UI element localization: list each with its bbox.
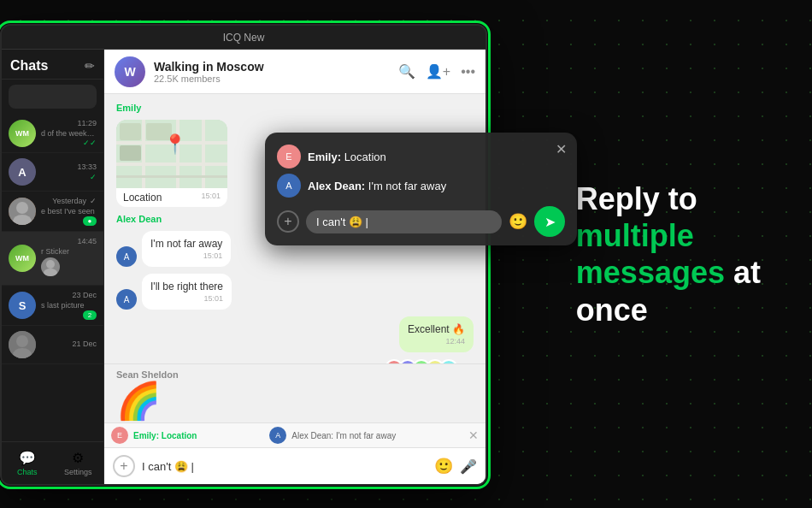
msg-row-alex2: A I'll be right there 15:01 bbox=[116, 274, 474, 310]
popup-messages: E Emily: Location A Alex Dean: I'm not f… bbox=[277, 145, 565, 198]
sidebar-search-bar[interactable] bbox=[9, 85, 97, 109]
chat-header: W Walking in Moscow 22.5K members 🔍 👤+ •… bbox=[104, 50, 485, 94]
read-checkmarks-2: ✓ bbox=[90, 173, 97, 181]
chat-input-area: + 🙂 🎤 bbox=[104, 447, 485, 484]
popup-send-icon: ➤ bbox=[544, 214, 556, 230]
chat-input[interactable] bbox=[142, 460, 427, 473]
popup-msg-text-2: Alex Dean: I'm not far away bbox=[308, 180, 446, 192]
msg-row-outgoing: Excellent 🔥 12:44 bbox=[116, 316, 474, 352]
popup-avatar-alex: A bbox=[277, 174, 301, 198]
promo-text: Reply to multiple messages at once bbox=[576, 180, 761, 328]
map-image: 📍 bbox=[116, 120, 227, 188]
add-member-icon[interactable]: 👤+ bbox=[426, 63, 450, 80]
chat-avatar-small bbox=[41, 257, 60, 276]
popup-close-button[interactable]: ✕ bbox=[556, 141, 567, 157]
sean-section: Sean Sheldon 🌈 bbox=[104, 363, 485, 422]
alex-msg1: I'm not far away 15:01 bbox=[142, 231, 231, 267]
mic-button[interactable]: 🎤 bbox=[460, 458, 477, 475]
chat-header-avatar: W bbox=[115, 56, 145, 87]
check-icon: ✓ bbox=[90, 197, 97, 205]
reply-bar-avatar2: A bbox=[269, 427, 286, 444]
popup-msg-text-1: Emily: Location bbox=[308, 151, 386, 163]
reply-bar-name2: Alex Dean: I'm not far away bbox=[291, 431, 396, 440]
alex-msg1-text: I'm not far away bbox=[150, 238, 222, 250]
read-checkmarks: ✓✓ bbox=[83, 139, 97, 147]
popup-send-button[interactable]: ➤ bbox=[534, 206, 565, 237]
alex-avatar: A bbox=[116, 246, 137, 267]
title-bar-text: ICQ New bbox=[223, 32, 265, 44]
reply-bar-name1: Emily: Location bbox=[133, 431, 197, 440]
location-label: Location 15:01 bbox=[116, 188, 227, 207]
unread-badge-yesterday: ● bbox=[83, 216, 97, 226]
edit-icon[interactable]: ✏ bbox=[85, 59, 95, 73]
popup-emoji-button[interactable]: 🙂 bbox=[509, 212, 527, 231]
chat-item-2[interactable]: A 13:33 ✓ bbox=[2, 153, 103, 192]
nav-settings[interactable]: ⚙ Settings bbox=[53, 442, 104, 484]
popup-avatar-emily: E bbox=[277, 145, 301, 168]
chat-header-name: Walking in Moscow bbox=[154, 60, 390, 74]
chat-list: WM 11:29 d of the week, will ✓✓ A bbox=[2, 114, 103, 441]
popup-msg-bold-2: Alex Dean: bbox=[308, 180, 365, 192]
alex-msg2: I'll be right there 15:01 bbox=[142, 274, 232, 310]
outgoing-time: 12:44 bbox=[408, 337, 465, 346]
popup-msg-row-1: E Emily: Location bbox=[277, 145, 565, 168]
chat-item-1[interactable]: WM 11:29 d of the week, will ✓✓ bbox=[2, 114, 103, 153]
map-pin: 📍 bbox=[163, 135, 186, 154]
search-icon[interactable]: 🔍 bbox=[398, 63, 415, 80]
sean-sticker: 🌈 bbox=[116, 383, 474, 419]
promo-line3-green: messages bbox=[576, 255, 725, 290]
settings-nav-label: Settings bbox=[64, 468, 92, 476]
chat-item-yesterday[interactable]: Yesterday ✓ e best I've seen ● bbox=[2, 192, 103, 232]
outgoing-text: Excellent 🔥 bbox=[408, 323, 465, 335]
input-add-button[interactable]: + bbox=[113, 455, 135, 477]
alex-msg2-time: 15:01 bbox=[150, 294, 223, 303]
avatar-moscow: WM bbox=[9, 245, 36, 272]
reply-bar-close[interactable]: ✕ bbox=[468, 428, 479, 442]
promo-line4: at bbox=[733, 255, 761, 290]
reply-bar-avatar1: E bbox=[111, 427, 128, 444]
avatar-2: A bbox=[9, 158, 36, 186]
sean-label: Sean Sheldon bbox=[116, 369, 474, 380]
chat-header-members: 22.5K members bbox=[154, 74, 390, 84]
promo-line2-green: multiple bbox=[576, 218, 694, 253]
chats-nav-icon: 💬 bbox=[19, 450, 36, 466]
alex-avatar-2: A bbox=[116, 289, 137, 310]
chats-nav-label: Chats bbox=[17, 468, 38, 476]
location-time: 15:01 bbox=[201, 192, 221, 200]
popup-input-field[interactable] bbox=[306, 210, 502, 233]
more-icon[interactable]: ••• bbox=[461, 64, 475, 80]
sidebar-title: Chats bbox=[10, 58, 48, 74]
avatar-6 bbox=[9, 331, 36, 358]
chat-item-6[interactable]: 21 Dec bbox=[2, 326, 103, 364]
alex-msg2-text: I'll be right there bbox=[150, 281, 223, 292]
chat-main: W Walking in Moscow 22.5K members 🔍 👤+ •… bbox=[104, 50, 485, 484]
nav-chats[interactable]: 💬 Chats bbox=[2, 442, 53, 484]
chat-item-5[interactable]: S 23 Dec s last picture 2 bbox=[2, 286, 103, 326]
app-window: ICQ New Chats ✏ WM 11:29 d of the week, … bbox=[0, 24, 487, 486]
sidebar: Chats ✏ WM 11:29 d of the week, will ✓✓ bbox=[2, 50, 104, 484]
avatar-yesterday bbox=[9, 198, 36, 225]
unread-badge-5: 2 bbox=[83, 310, 97, 320]
popup-msg-bold-1: Emily: bbox=[308, 151, 341, 163]
popup-add-button[interactable]: + bbox=[277, 210, 299, 233]
title-bar: ICQ New bbox=[2, 26, 485, 50]
avatar-5: S bbox=[9, 292, 36, 319]
chat-item-moscow[interactable]: WM 14:45 r Sticker bbox=[2, 232, 103, 286]
emily-label: Emily bbox=[116, 103, 474, 113]
location-bubble: 📍 Location 15:01 bbox=[116, 120, 227, 207]
promo-line5: once bbox=[576, 292, 648, 327]
reply-popup: ✕ E Emily: Location A Alex Dean: I'm not… bbox=[265, 133, 577, 245]
sidebar-header: Chats ✏ bbox=[2, 50, 103, 80]
chat-header-actions: 🔍 👤+ ••• bbox=[398, 63, 475, 80]
promo-line1: Reply to bbox=[576, 181, 697, 216]
settings-nav-icon: ⚙ bbox=[72, 450, 84, 466]
popup-msg-row-2: A Alex Dean: I'm not far away bbox=[277, 174, 565, 198]
popup-input-row: + 🙂 ➤ bbox=[277, 206, 565, 237]
reply-bar: E Emily: Location A Alex Dean: I'm not f… bbox=[104, 422, 485, 447]
outgoing-bubble: Excellent 🔥 12:44 bbox=[399, 316, 474, 352]
sidebar-bottom-nav: 💬 Chats ⚙ Settings bbox=[2, 441, 103, 484]
alex-msg1-time: 15:01 bbox=[150, 251, 222, 260]
emoji-button[interactable]: 🙂 bbox=[434, 457, 453, 476]
avatar-1: WM bbox=[9, 120, 36, 147]
chat-header-info: Walking in Moscow 22.5K members bbox=[154, 60, 390, 84]
